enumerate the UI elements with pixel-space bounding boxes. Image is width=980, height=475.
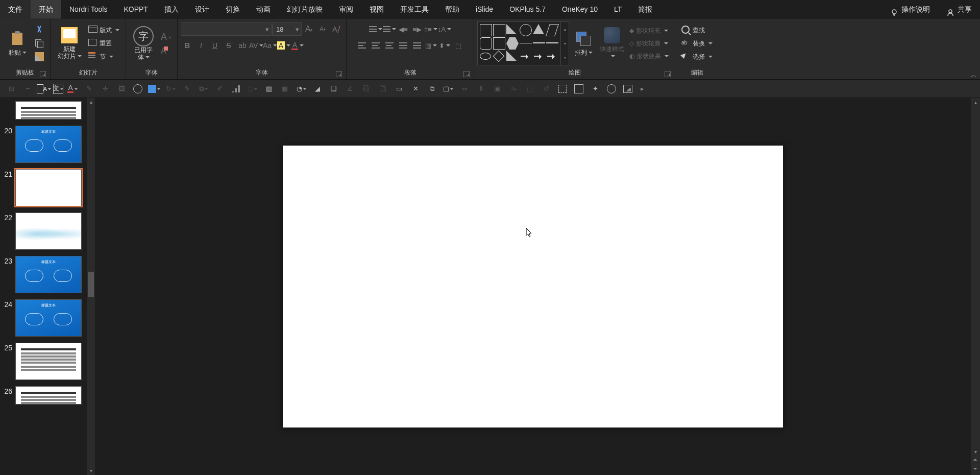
format-painter-button[interactable] [33,51,46,62]
thumb-row[interactable]: 26 [0,383,87,408]
thumb-slide[interactable] [15,212,82,250]
align-left-button[interactable] [355,39,369,52]
bullets-button[interactable] [369,22,382,36]
char-spacing-button[interactable]: AV [250,39,263,52]
tab-islide[interactable]: iSlide [468,0,501,18]
tb-lang[interactable]: 文 [53,84,63,94]
tab-lt[interactable]: LT [606,0,630,18]
tab-okplus[interactable]: OKPlus 5.7 [501,0,554,18]
arrange-button[interactable]: 排列 [569,21,598,66]
canvas-next-slide[interactable]: ⏷ [971,466,980,475]
tb-rotate2[interactable]: ↺ [539,82,553,96]
canvas-prev-slide[interactable]: ⏶ [971,457,980,466]
tab-animation[interactable]: 动画 [248,0,279,18]
tab-review[interactable]: 审阅 [331,0,361,18]
tb-shape[interactable]: ◔ [294,82,308,96]
canvas-scroll-down[interactable]: ▾ [971,447,980,457]
tab-home[interactable]: 开始 [31,0,61,18]
tb-chart[interactable] [229,82,243,96]
tb-1[interactable]: ⊟ [4,82,18,96]
tab-dev[interactable]: 开发工具 [392,0,437,18]
thumb-row[interactable]: 20标题文本 [0,123,87,166]
tab-onekey[interactable]: OneKey 10 [554,0,606,18]
thumbnail-pane[interactable]: 20标题文本212223标题文本24标题文本2526 ▴ ▾ [0,98,95,475]
tb-group[interactable]: ⿴ [376,82,390,96]
numbering-button[interactable] [383,22,396,36]
cut-button[interactable] [33,25,46,36]
thumb-row[interactable]: 25 [0,340,87,383]
quick-styles-button[interactable]: 快速样式 [598,21,626,66]
thumb-slide[interactable] [15,169,82,206]
grow-font-a[interactable]: A [159,31,173,43]
tab-slideshow[interactable]: 幻灯片放映 [279,0,331,18]
tb-donut[interactable]: ◌ [245,82,259,96]
tb-align[interactable]: ▢ [441,82,455,96]
thumb-row[interactable]: 22 [0,209,87,253]
tb-eyedrop1[interactable]: ✎ [82,82,96,96]
thumb-scroll-handle[interactable] [88,272,94,297]
font-color-button[interactable]: A [291,39,304,52]
thumb-scroll-up[interactable]: ▴ [87,98,95,106]
thumb-row[interactable] [0,98,87,123]
tb-eyedrop2[interactable]: ✐ [212,82,227,96]
find-button[interactable]: 查找 [679,25,715,36]
tb-crosshair[interactable]: ✛ [98,82,112,96]
tb-overflow[interactable] [637,82,647,96]
canvas-scroll-up[interactable]: ▴ [971,98,980,107]
font-name-combo[interactable]: ▾ [181,22,272,36]
thumb-row[interactable]: 24标题文本 [0,296,87,340]
tb-close[interactable]: ✕ [408,82,423,96]
paste-button[interactable]: 粘贴 [3,21,32,66]
tb-aligngrp[interactable]: ▣ [490,82,504,96]
tab-transition[interactable]: 切换 [217,0,248,18]
font-size-combo[interactable]: 18▾ [272,22,302,36]
tb-rot[interactable]: ↻ [163,82,178,96]
tb-distH[interactable]: ⇔ [457,82,472,96]
tb-eraser[interactable]: ◢ [310,82,325,96]
tb-flip[interactable]: ⇋ [506,82,521,96]
used-fonts-button[interactable]: 字 已用字 体 [129,21,158,66]
tab-brief[interactable]: 简报 [630,0,660,18]
tb-rect[interactable] [572,82,586,96]
outdent-button[interactable]: ◀≡ [397,22,410,36]
align-center-button[interactable] [369,39,382,52]
align-right-button[interactable] [383,39,396,52]
tb-fontcolor[interactable]: A [65,82,80,96]
strike-button[interactable]: S [222,39,235,52]
tab-file[interactable]: 文件 [0,0,31,18]
tb-layers[interactable]: ❏ [327,82,341,96]
shrink-font-a[interactable]: A [159,45,173,57]
tb-pen[interactable]: ✎ [180,82,194,96]
indent-button[interactable]: ≡▶ [410,22,424,36]
tb-fillcolor[interactable] [147,82,161,96]
new-slide-button[interactable]: 新建 幻灯片 [54,21,85,66]
share-button[interactable]: 共享 [938,0,980,18]
text-direction-button[interactable]: ↕A [438,22,451,36]
tb-table[interactable]: ▦ [278,82,292,96]
tb-textbox[interactable]: A [37,82,51,96]
bold-button[interactable]: B [181,39,194,52]
align-text-button[interactable]: ⬍ [438,39,451,52]
reset-button[interactable]: 重置 [86,38,121,49]
columns-button[interactable]: ▥ [424,39,437,52]
font-dialog-launcher[interactable] [336,71,342,77]
tb-ellipse[interactable] [604,82,619,96]
tb-selpane[interactable]: ⧉ [425,82,439,96]
tab-help[interactable]: 帮助 [437,0,468,18]
tb-brush2[interactable]: ⧉ [196,82,210,96]
section-button[interactable]: 节 [86,51,121,62]
replace-button[interactable]: 替换 [679,38,715,49]
tab-view[interactable]: 视图 [361,0,392,18]
tab-insert[interactable]: 插入 [156,0,187,18]
shapes-gallery-scroll[interactable]: ▴▾▿ [561,21,569,65]
shape-fill-button[interactable]: ◆形状填充 [627,26,671,36]
tb-magic[interactable]: ✦ [588,82,602,96]
tab-koppt[interactable]: KOPPT [115,0,156,18]
shrink-font-button[interactable]: A▾ [316,22,329,36]
shadow-button[interactable]: ab [236,39,249,52]
tb-circle[interactable] [131,82,145,96]
tb-2[interactable]: ⫟ [20,82,35,96]
clear-format-button[interactable]: A⧸ [330,22,343,36]
thumb-slide[interactable] [15,343,82,380]
tb-marquee[interactable] [555,82,570,96]
